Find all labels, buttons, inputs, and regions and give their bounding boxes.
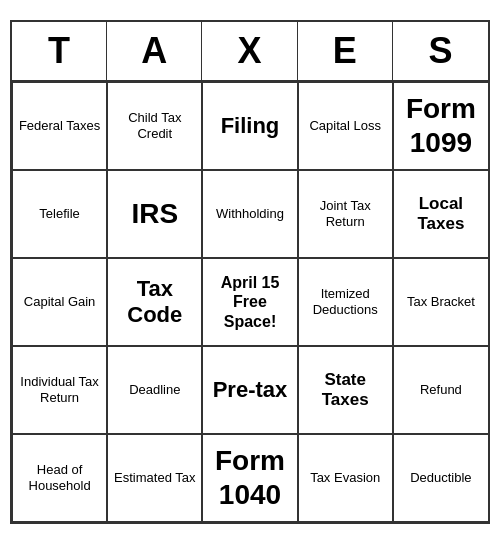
cell-text: Withholding [216, 206, 284, 222]
cell-text: Refund [420, 382, 462, 398]
bingo-cell: Child Tax Credit [107, 82, 202, 170]
cell-text: Form 1099 [398, 92, 484, 159]
bingo-cell: Capital Loss [298, 82, 393, 170]
cell-text: Federal Taxes [19, 118, 100, 134]
bingo-cell: Pre-tax [202, 346, 297, 434]
cell-text: April 15 Free Space! [207, 273, 292, 331]
bingo-cell: Estimated Tax [107, 434, 202, 522]
cell-text: Child Tax Credit [112, 110, 197, 141]
cell-text: Tax Bracket [407, 294, 475, 310]
cell-text: IRS [131, 197, 178, 231]
bingo-cell: Individual Tax Return [12, 346, 107, 434]
cell-text: Filing [221, 113, 280, 139]
cell-text: Deadline [129, 382, 180, 398]
bingo-cell: Filing [202, 82, 297, 170]
bingo-header: TAXES [12, 22, 488, 82]
bingo-cell: Deductible [393, 434, 488, 522]
cell-text: Individual Tax Return [17, 374, 102, 405]
bingo-cell: Tax Code [107, 258, 202, 346]
bingo-cell: Form 1040 [202, 434, 297, 522]
cell-text: Estimated Tax [114, 470, 195, 486]
bingo-cell: Refund [393, 346, 488, 434]
cell-text: State Taxes [303, 370, 388, 411]
cell-text: Joint Tax Return [303, 198, 388, 229]
cell-text: Capital Gain [24, 294, 96, 310]
bingo-cell: Withholding [202, 170, 297, 258]
bingo-cell: Federal Taxes [12, 82, 107, 170]
cell-text: Local Taxes [398, 194, 484, 235]
cell-text: Form 1040 [207, 444, 292, 511]
cell-text: Tax Code [112, 276, 197, 329]
cell-text: Tax Evasion [310, 470, 380, 486]
bingo-card: TAXES Federal TaxesChild Tax CreditFilin… [10, 20, 490, 524]
cell-text: Capital Loss [309, 118, 381, 134]
bingo-cell: Local Taxes [393, 170, 488, 258]
cell-text: Head of Household [17, 462, 102, 493]
bingo-cell: IRS [107, 170, 202, 258]
bingo-cell: Capital Gain [12, 258, 107, 346]
header-letter: X [202, 22, 297, 80]
header-letter: T [12, 22, 107, 80]
header-letter: E [298, 22, 393, 80]
bingo-cell: Joint Tax Return [298, 170, 393, 258]
bingo-cell: Deadline [107, 346, 202, 434]
bingo-grid: Federal TaxesChild Tax CreditFilingCapit… [12, 82, 488, 522]
cell-text: Telefile [39, 206, 79, 222]
bingo-cell: State Taxes [298, 346, 393, 434]
cell-text: Deductible [410, 470, 471, 486]
header-letter: A [107, 22, 202, 80]
bingo-cell: April 15 Free Space! [202, 258, 297, 346]
cell-text: Pre-tax [213, 377, 288, 403]
header-letter: S [393, 22, 488, 80]
bingo-cell: Tax Bracket [393, 258, 488, 346]
bingo-cell: Itemized Deductions [298, 258, 393, 346]
bingo-cell: Tax Evasion [298, 434, 393, 522]
cell-text: Itemized Deductions [303, 286, 388, 317]
bingo-cell: Form 1099 [393, 82, 488, 170]
bingo-cell: Telefile [12, 170, 107, 258]
bingo-cell: Head of Household [12, 434, 107, 522]
